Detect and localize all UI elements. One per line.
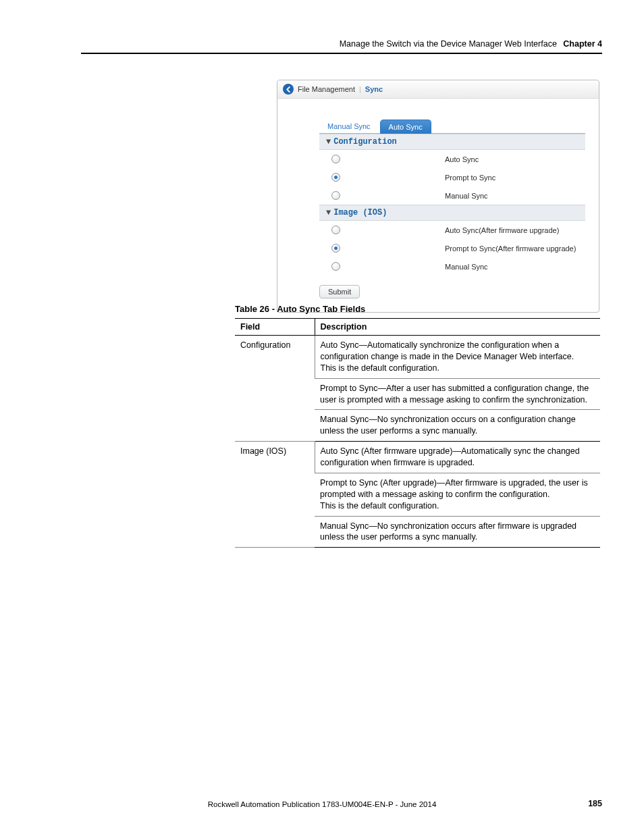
- page-number: 185: [588, 799, 602, 808]
- submit-button[interactable]: Submit: [319, 285, 360, 298]
- back-icon[interactable]: [283, 84, 294, 95]
- collapse-icon: ▼: [326, 137, 331, 147]
- table-cell-desc: Auto Sync—Automatically synchronize the …: [315, 336, 600, 379]
- footer-publication: Rockwell Automation Publication 1783-UM0…: [0, 800, 644, 808]
- table-cell-field: Configuration: [235, 336, 315, 442]
- radio-icon[interactable]: [331, 155, 340, 163]
- chapter-label: Chapter 4: [563, 39, 602, 49]
- table-header-description: Description: [315, 319, 600, 336]
- image-option-auto-sync[interactable]: Auto Sync(After firmware upgrade): [319, 221, 585, 239]
- radio-icon[interactable]: [331, 191, 340, 200]
- section-header-configuration[interactable]: ▼Configuration: [319, 134, 585, 150]
- radio-icon[interactable]: [331, 226, 340, 234]
- image-option-manual-sync[interactable]: Manual Sync: [319, 257, 585, 276]
- config-option-manual-sync[interactable]: Manual Sync: [319, 186, 585, 205]
- radio-icon[interactable]: [331, 173, 340, 182]
- breadcrumb-separator: |: [359, 85, 361, 93]
- table-cell-desc: Prompt to Sync—After a user has submitte…: [315, 378, 600, 410]
- collapse-icon: ▼: [326, 208, 331, 217]
- option-label: Prompt to Sync(After firmware upgrade): [445, 244, 576, 253]
- config-option-auto-sync[interactable]: Auto Sync: [319, 150, 585, 168]
- table-caption: Table 26 - Auto Sync Tab Fields: [235, 304, 365, 314]
- table-cell-desc: Manual Sync—No synchronization occurs af…: [315, 516, 600, 548]
- option-label: Manual Sync: [445, 263, 488, 271]
- table-row: Configuration Auto Sync—Automatically sy…: [235, 336, 600, 379]
- breadcrumb-file-management[interactable]: File Management: [298, 85, 355, 93]
- radio-icon[interactable]: [331, 262, 340, 271]
- config-option-prompt-to-sync[interactable]: Prompt to Sync: [319, 168, 585, 186]
- section-title-image-ios: Image (IOS): [333, 208, 387, 217]
- auto-sync-fields-table: Field Description Configuration Auto Syn…: [235, 318, 600, 548]
- option-label: Auto Sync(After firmware upgrade): [445, 226, 559, 234]
- tab-manual-sync[interactable]: Manual Sync: [319, 120, 379, 134]
- option-label: Auto Sync: [445, 155, 479, 163]
- section-title-configuration: Configuration: [333, 137, 397, 147]
- table-cell-desc: Manual Sync—No synchronization occurs on…: [315, 410, 600, 442]
- running-header: Manage the Switch via the Device Manager…: [81, 39, 602, 54]
- table-cell-desc: Prompt to Sync (After upgrade)—After fir…: [315, 473, 600, 516]
- table-header-field: Field: [235, 319, 315, 336]
- tab-bar: Manual Sync Auto Sync: [319, 119, 585, 134]
- radio-icon[interactable]: [331, 244, 340, 253]
- section-header-image-ios[interactable]: ▼Image (IOS): [319, 205, 585, 221]
- option-label: Prompt to Sync: [445, 174, 495, 182]
- table-cell-desc: Auto Sync (After firmware upgrade)—Autom…: [315, 442, 600, 473]
- image-option-prompt-to-sync[interactable]: Prompt to Sync(After firmware upgrade): [319, 239, 585, 257]
- screenshot-titlebar: File Management | Sync: [277, 80, 599, 99]
- screenshot-panel: File Management | Sync Manual Sync Auto …: [277, 80, 599, 313]
- tab-auto-sync[interactable]: Auto Sync: [380, 120, 431, 134]
- option-label: Manual Sync: [445, 192, 488, 200]
- table-cell-field: Image (IOS): [235, 442, 315, 548]
- breadcrumb-sync: Sync: [365, 85, 383, 93]
- running-title: Manage the Switch via the Device Manager…: [340, 39, 557, 49]
- table-row: Image (IOS) Auto Sync (After firmware up…: [235, 442, 600, 473]
